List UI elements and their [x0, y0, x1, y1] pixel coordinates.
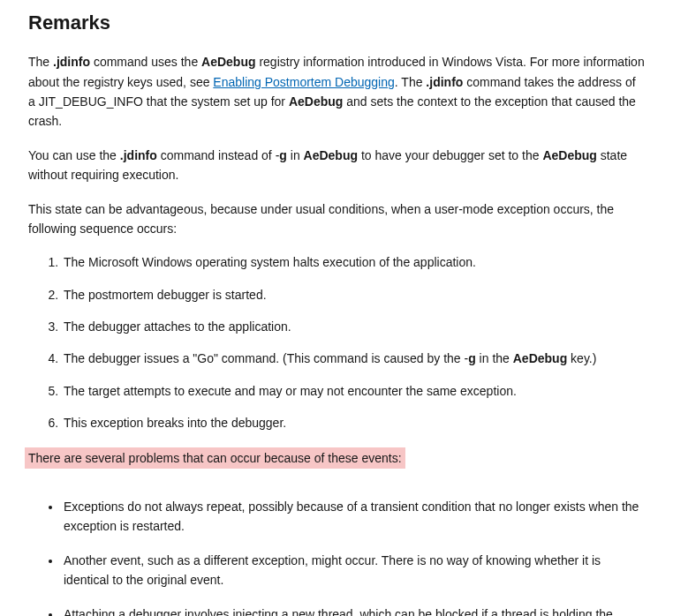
paragraph-3: This state can be advantageous, because …: [28, 199, 645, 239]
text: You can use the: [28, 148, 120, 162]
text: to have your debugger set to the: [358, 148, 542, 162]
list-item: The debugger attaches to the application…: [62, 317, 645, 336]
list-item: The debugger issues a "Go" command. (Thi…: [62, 349, 645, 368]
text: in: [287, 148, 304, 162]
list-item: Exceptions do not always repeat, possibl…: [62, 497, 645, 537]
bold-aedebug: AeDebug: [513, 351, 567, 365]
list-item: Attaching a debugger involves injecting …: [62, 605, 645, 616]
text: The: [28, 55, 53, 69]
paragraph-4-highlight-wrapper: There are several problems that can occu…: [28, 447, 645, 483]
list-item: The Microsoft Windows operating system h…: [62, 252, 645, 272]
text: command instead of -: [157, 148, 280, 162]
bold-g: g: [468, 351, 476, 365]
text: in the: [476, 351, 513, 365]
text: The debugger issues a "Go" command. (Thi…: [64, 351, 468, 365]
text: . The: [395, 75, 427, 89]
link-enabling-postmortem-debugging[interactable]: Enabling Postmortem Debugging: [213, 75, 394, 89]
bold-aedebug: AeDebug: [304, 148, 358, 162]
list-item: The target attempts to execute and may o…: [62, 381, 645, 401]
paragraph-1: The .jdinfo command uses the AeDebug reg…: [28, 52, 645, 131]
bold-aedebug: AeDebug: [542, 148, 596, 162]
bold-g: g: [279, 148, 287, 162]
bold-jdinfo: .jdinfo: [120, 148, 157, 162]
paragraph-2: You can use the .jdinfo command instead …: [28, 146, 645, 185]
list-item: This exception breaks into the debugger.: [62, 413, 645, 432]
text: command uses the: [90, 55, 201, 69]
ordered-list-sequence: The Microsoft Windows operating system h…: [28, 252, 645, 432]
bold-jdinfo: .jdinfo: [426, 75, 463, 89]
unordered-list-problems: Exceptions do not always repeat, possibl…: [28, 497, 645, 616]
bold-aedebug: AeDebug: [201, 55, 255, 69]
list-item: The postmortem debugger is started.: [62, 285, 645, 304]
remarks-heading: Remarks: [28, 7, 645, 38]
bold-jdinfo: .jdinfo: [53, 55, 90, 69]
list-item: Another event, such as a different excep…: [62, 551, 645, 590]
text: key.): [567, 351, 596, 365]
highlighted-text: There are several problems that can occu…: [25, 447, 405, 469]
bold-aedebug: AeDebug: [289, 94, 343, 109]
